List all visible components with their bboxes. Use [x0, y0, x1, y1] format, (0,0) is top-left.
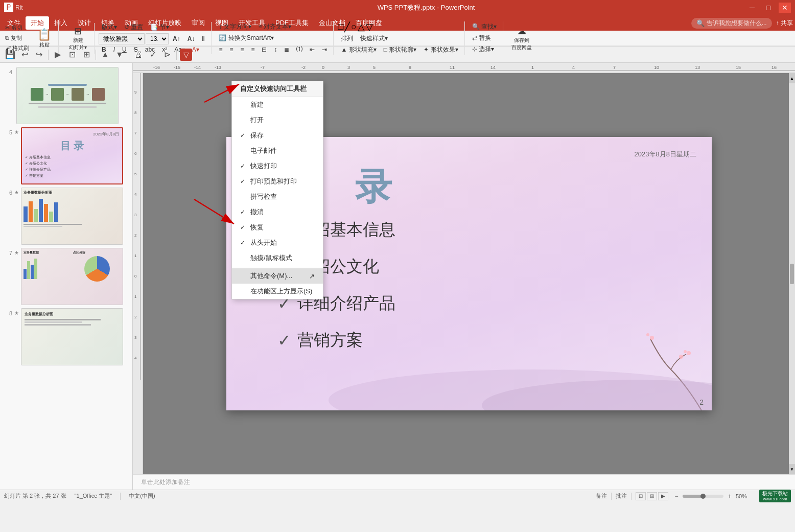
dd-from-start[interactable]: ✓ 从头开始 [232, 235, 323, 250]
scroll-down-arrow[interactable]: ▼ [789, 464, 795, 474]
shape-effect-button[interactable]: ✦ 形状效果▾ [420, 44, 461, 55]
dd-check-quick-print: ✓ [240, 163, 247, 170]
save-tb-button[interactable]: 💾 [4, 49, 16, 61]
font-increase-button[interactable]: A↑ [170, 34, 183, 43]
new-slide-icon: ⊞ [74, 26, 82, 37]
slide-num-5: 5 [2, 127, 12, 135]
print-preview-button[interactable]: 🖨 [132, 49, 145, 61]
zoom-thumb[interactable] [700, 494, 706, 499]
slide-num-7: 7 [2, 248, 12, 256]
slide-sorter-button[interactable]: ⊞ [647, 492, 657, 500]
close-button[interactable]: ✕ [779, 3, 791, 13]
column-button[interactable]: ⊟ [259, 45, 270, 54]
numbering-button[interactable]: ⑴ [293, 44, 306, 55]
replace-button[interactable]: ⇄ 替换 [469, 33, 500, 43]
bullet-button[interactable]: ≣ [281, 45, 292, 54]
scroll-up-button[interactable]: ▲ [99, 49, 111, 61]
convert-smartart-button[interactable]: 🔄 转换为SmartArt▾ [216, 33, 277, 43]
slide-thumbnail-7[interactable]: 业务量数据 占比分析 [21, 248, 123, 305]
font-size-select[interactable]: 13.5 [146, 33, 169, 44]
align-text-button[interactable]: ≡ 对齐文本▾ [255, 21, 294, 32]
shape-outline-button[interactable]: □ 形状轮廓▾ [381, 44, 420, 55]
restore-button[interactable]: □ [762, 3, 775, 13]
copy-button[interactable]: ⧉ 复制 [2, 33, 32, 43]
align-left-button[interactable]: ≡ [216, 45, 225, 54]
slide-count: 幻灯片 第 2 张，共 27 张 [4, 492, 66, 500]
font-style-button[interactable]: 版式▾ [99, 22, 120, 33]
dd-check-email [240, 147, 247, 154]
notes-button[interactable]: 备注 [596, 492, 607, 500]
redo-tb-button[interactable]: ↪ [33, 49, 45, 61]
scroll-up-arrow[interactable]: ▲ [789, 73, 795, 83]
reset-button[interactable]: ↺ 重置 [121, 22, 146, 33]
font-name-select[interactable]: 微软雅黑 [99, 33, 145, 44]
comments-button[interactable]: 批注 [616, 492, 627, 500]
save-to-baidu-button[interactable]: ☁ 保存到 百度网盘 [507, 23, 536, 54]
slide-thumbnail-8[interactable]: 业务量数据分析图 [21, 308, 123, 365]
svg-text:8: 8 [134, 110, 137, 115]
dd-undo[interactable]: ✓ 撤消 [232, 204, 323, 220]
dd-redo[interactable]: ✓ 恢复 [232, 220, 323, 235]
find-button[interactable]: 🔍 查找▾ [469, 21, 500, 32]
scroll-thumb[interactable] [790, 264, 794, 284]
dd-new[interactable]: 新建 [232, 97, 323, 112]
dd-touch-mode[interactable]: 触摸/鼠标模式 [232, 250, 323, 266]
dd-print-preview[interactable]: ✓ 打印预览和打印 [232, 174, 323, 189]
slide-thumb-8: 8 ★ 业务量数据分析图 [2, 308, 130, 365]
dd-open[interactable]: 打开 [232, 112, 323, 128]
dd-check-touch [240, 255, 247, 262]
dd-label-touch: 触摸/鼠标模式 [250, 253, 292, 263]
spell-check-tb-button[interactable]: ✓ [147, 49, 159, 61]
select-button[interactable]: ⊹ 选择▾ [469, 44, 500, 55]
dd-show-above[interactable]: 在功能区上方显示(S) [232, 284, 323, 299]
text-direction-button[interactable]: ↕ 文字方向▾ [216, 21, 254, 32]
dd-label-redo: 恢复 [250, 223, 264, 232]
justify-button[interactable]: ≡ [248, 45, 258, 54]
new-slide-label: 新建 [73, 37, 83, 44]
paste-icon: 📋 [37, 28, 51, 41]
dd-spell[interactable]: 拼写检查 [232, 189, 323, 204]
dd-label-quick-print: 快速打印 [250, 161, 277, 171]
customize-toolbar-dropdown[interactable]: ▽ [180, 49, 192, 61]
section-button[interactable]: 📑 节▾ [147, 22, 172, 33]
shape-fill-button[interactable]: ▲ 形状填充▾ [338, 44, 379, 55]
slide-thumbnail-6[interactable]: 业务量数据分析图 [21, 188, 123, 245]
share-button[interactable]: ↑ 共享 [776, 19, 793, 28]
reading-view-button[interactable]: ▶ [658, 492, 668, 500]
line-spacing-button[interactable]: ↕ [271, 45, 280, 54]
dd-quick-print[interactable]: ✓ 快速打印 [232, 158, 323, 174]
svg-text:7: 7 [613, 65, 616, 70]
dd-more-commands[interactable]: 其他命令(M)... ↗ [232, 268, 323, 284]
slide-thumbnail-5[interactable]: 2023年8月8日 目 录 ✓ 介绍基本信息 ✓ 介绍公文化 ✓ 详细介绍产品 … [21, 127, 123, 184]
align-right-button[interactable]: ≡ [237, 45, 247, 54]
align-center-button[interactable]: ≡ [226, 45, 236, 54]
grid-view-button[interactable]: ⊞ [80, 49, 92, 61]
minimize-button[interactable]: ─ [746, 3, 758, 13]
zoom-in-button[interactable]: + [726, 492, 734, 500]
from-start-button[interactable]: ⊳ [161, 49, 173, 61]
language: 中文(中国) [129, 492, 155, 500]
font-decrease-button[interactable]: A↓ [184, 34, 198, 43]
thumbnail-view-button[interactable]: ⊡ [66, 49, 78, 61]
start-presentation-button[interactable]: ▶ [52, 49, 64, 61]
dd-email[interactable]: 电子邮件 [232, 143, 323, 158]
scroll-down-button[interactable]: ▼ [113, 49, 126, 61]
zoom-slider[interactable] [683, 495, 723, 498]
zoom-out-button[interactable]: − [672, 492, 681, 500]
cut-button[interactable]: ✂ 剪切 [2, 23, 32, 33]
normal-view-button[interactable]: ⊡ [636, 492, 646, 500]
quick-styles-button[interactable]: 快速样式▾ [357, 33, 391, 44]
dd-check-save: ✓ [240, 132, 247, 139]
mountain-fog-decoration [226, 349, 712, 410]
vertical-scrollbar[interactable]: ▲ ▼ [789, 73, 795, 474]
undo-tb-button[interactable]: ↩ [18, 49, 31, 61]
more-shapes-button[interactable]: ▽ [366, 21, 373, 33]
dd-save[interactable]: ✓ 保存 [232, 128, 323, 143]
indent-decrease-button[interactable]: ⇤ [307, 45, 318, 54]
clear-format-button[interactable]: Ⅱ [199, 34, 208, 43]
notes-bar[interactable]: 单击此处添加备注 [133, 474, 795, 490]
indent-increase-button[interactable]: ⇥ [319, 45, 330, 54]
slide-thumbnail-4[interactable]: → → → [16, 67, 119, 124]
arrange-button[interactable]: 排列 [338, 33, 356, 44]
titlebar: 🅿 Rit WPS PPT教程.pptx - PowerPoint ─ □ ✕ [0, 0, 795, 15]
